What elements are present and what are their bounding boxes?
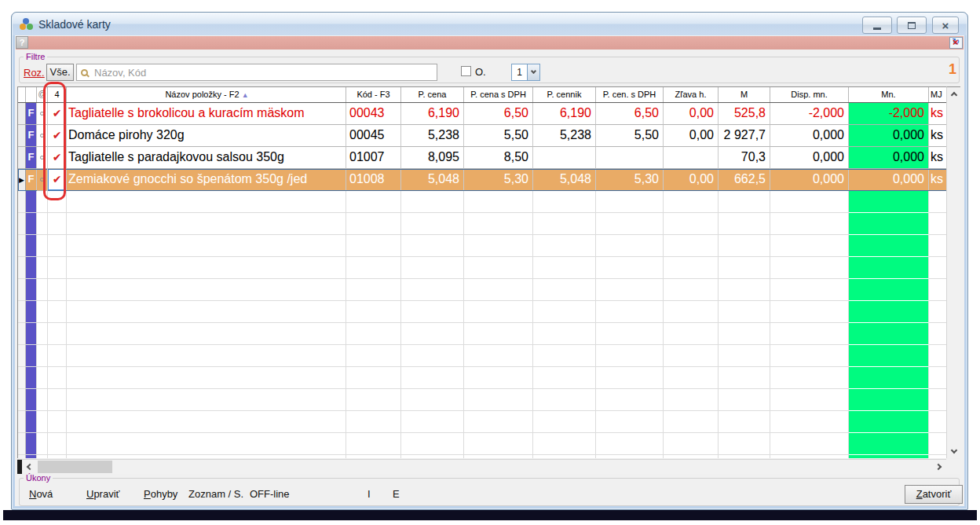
action-offline[interactable]: OFF-line [250,488,290,500]
action-i[interactable]: I [368,488,371,500]
scroll-left-icon[interactable] [22,460,36,474]
qty-cell[interactable]: 0,000 [849,147,929,169]
expand-filter-link[interactable]: Roz. [24,67,45,79]
name-cell[interactable]: Tagliatelle s brokolicou a kuracím mäsko… [67,103,346,125]
scroll-down-icon[interactable] [947,445,960,458]
available-qty-cell[interactable]: 0,000 [770,125,849,147]
code-cell[interactable]: 00045 [346,125,401,147]
action-zoznam[interactable]: Zoznam / S. [188,488,243,500]
discount-cell[interactable]: 0,00 [664,103,719,125]
header-qty[interactable]: Mn. [849,87,929,102]
header-price[interactable]: P. cena [401,87,464,102]
empty-row[interactable] [18,235,946,257]
minimize-button[interactable] [862,17,892,34]
price-cell[interactable]: 6,190 [401,103,464,125]
row-selector-cell[interactable] [18,125,26,147]
chevron-down-icon[interactable] [527,64,539,80]
price-cell[interactable]: 5,048 [401,169,464,191]
price-cell[interactable]: 8,095 [401,147,464,169]
margin-cell[interactable]: 2 927,7 [719,125,770,147]
list-price-vat-cell[interactable]: 6,50 [596,103,664,125]
flag-cell[interactable]: F [26,169,37,191]
empty-row[interactable] [18,345,946,367]
list-price-cell[interactable] [533,147,596,169]
empty-row[interactable] [18,411,946,433]
empty-row[interactable] [18,389,946,411]
list-price-cell[interactable]: 5,238 [533,125,596,147]
price-vat-cell[interactable]: 8,50 [464,147,533,169]
empty-row[interactable] [18,257,946,279]
help-button[interactable]: ? [16,36,28,49]
price-vat-cell[interactable]: 5,50 [464,125,533,147]
list-price-vat-cell[interactable] [596,147,664,169]
o-checkbox[interactable] [461,66,471,76]
margin-cell[interactable]: 70,3 [719,147,770,169]
table-row[interactable]: F✔Tagliatelle s paradajkovou salsou 350g… [18,147,946,169]
row-selector-cell[interactable]: ▶ [18,169,26,191]
header-price-vat[interactable]: P. cena s DPH [464,87,533,102]
vertical-scrollbar[interactable] [946,86,960,458]
header-available-qty[interactable]: Disp. mn. [770,87,849,102]
header-flag[interactable] [26,87,37,102]
margin-cell[interactable]: 662,5 [719,169,770,191]
list-price-cell[interactable]: 5,048 [533,169,596,191]
code-cell[interactable]: 00043 [346,103,401,125]
all-filter-button[interactable]: Vše. [46,64,74,81]
unit-cell[interactable]: ks [929,125,946,147]
discount-cell[interactable] [664,147,719,169]
empty-row[interactable] [18,433,946,455]
header-list-price-vat[interactable]: P. cen. s DPH [596,87,664,102]
table-row[interactable]: F✔Domáce pirohy 320g000455,2385,505,2385… [18,125,946,147]
close-button[interactable]: × [932,17,959,34]
empty-row[interactable] [18,455,946,458]
action-upravit[interactable]: Upraviť [86,488,119,500]
header-discount[interactable]: Zľava h. [664,87,719,102]
search-input[interactable]: Názov, Kód [76,64,437,81]
row-selector-cell[interactable] [18,103,26,125]
page-select[interactable]: 1 [511,64,540,81]
unit-cell[interactable]: ks [929,103,946,125]
empty-row[interactable] [18,367,946,389]
flag-cell[interactable]: F [26,125,37,147]
name-cell[interactable]: Zemiakové gnocchi so špenátom 350g /jed [67,169,346,191]
qty-cell[interactable]: -2,000 [849,103,929,125]
available-qty-cell[interactable]: 0,000 [770,169,849,191]
close-window-button[interactable]: Zatvoriť [905,485,963,504]
available-qty-cell[interactable]: 0,000 [770,147,849,169]
empty-row[interactable] [18,279,946,301]
table-row[interactable]: F✔Tagliatelle s brokolicou a kuracím mäs… [18,103,946,125]
empty-row[interactable] [18,213,946,235]
code-cell[interactable]: 01007 [346,147,401,169]
unit-cell[interactable]: ks [929,147,946,169]
table-row[interactable]: ▶F✔Zemiakové gnocchi so špenátom 350g /j… [18,169,946,191]
header-name[interactable]: Názov položky - F2 ▲ [67,87,346,102]
action-pohyby[interactable]: Pohyby [144,488,177,500]
maximize-button[interactable] [897,17,927,34]
header-unit[interactable]: MJ [929,87,946,102]
action-e[interactable]: E [393,488,400,500]
code-cell[interactable]: 01008 [346,169,401,191]
list-price-cell[interactable]: 6,190 [533,103,596,125]
scroll-right-icon[interactable] [931,460,946,474]
name-cell[interactable]: Tagliatelle s paradajkovou salsou 350g [67,147,346,169]
flag-cell[interactable]: F [26,103,37,125]
horizontal-scrollbar[interactable] [17,459,946,474]
discount-cell[interactable]: 0,00 [664,125,719,147]
list-price-vat-cell[interactable]: 5,30 [596,169,664,191]
discount-cell[interactable]: 0,00 [664,169,719,191]
unit-cell[interactable]: ks [929,169,946,191]
qty-cell[interactable]: 0,000 [849,169,929,191]
scroll-up-icon[interactable] [947,87,960,101]
action-nova[interactable]: Nová [29,488,53,500]
price-cell[interactable]: 5,238 [401,125,464,147]
empty-row[interactable] [18,323,946,345]
header-code[interactable]: Kód - F3 [346,87,401,102]
header-list-price[interactable]: P. cennik [533,87,596,102]
scrollbar-thumb[interactable] [38,461,112,473]
price-vat-cell[interactable]: 5,30 [464,169,533,191]
empty-row[interactable] [18,301,946,323]
flag-cell[interactable]: F [26,147,37,169]
title-bar[interactable]: Skladové karty [13,13,967,35]
cancel-sync-button[interactable]: ↻ × [949,37,963,49]
header-margin[interactable]: M [719,87,770,102]
